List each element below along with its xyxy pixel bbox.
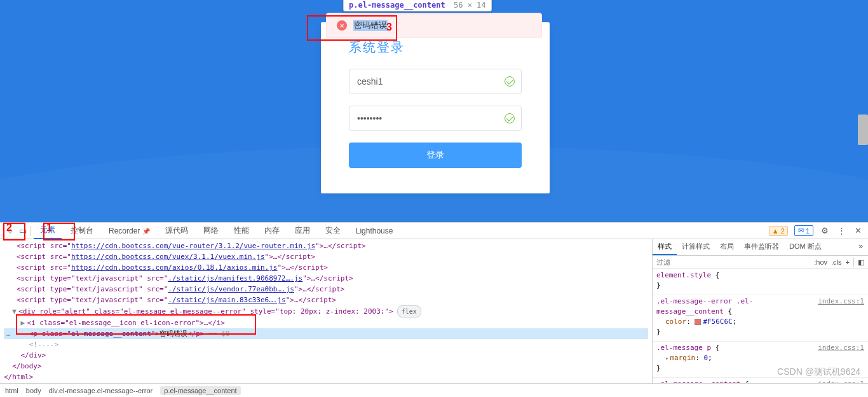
login-button[interactable]: 登录 xyxy=(349,143,522,168)
tab-network[interactable]: 网络 xyxy=(197,223,225,239)
styles-more-icon[interactable]: » xyxy=(853,239,868,255)
error-message-toast: ✕ 密码错误 xyxy=(326,13,542,38)
style-rule[interactable]: index.css:1 .el-message--error .el-messa… xyxy=(653,295,868,342)
warnings-badge[interactable]: ▲ 2 xyxy=(769,226,788,236)
tab-sources[interactable]: 源代码 xyxy=(159,223,194,239)
more-icon[interactable]: ⋮ xyxy=(836,226,846,236)
tab-performance[interactable]: 性能 xyxy=(227,223,255,239)
error-message-text: 密码错误 xyxy=(353,20,388,31)
tab-application[interactable]: 应用 xyxy=(288,223,316,239)
scrollbar-thumb[interactable] xyxy=(858,115,868,145)
login-title: 系统登录 xyxy=(349,39,550,56)
tooltip-selector: p.el-message__content xyxy=(349,1,445,10)
breadcrumbs[interactable]: html body div.el-message.el-message--err… xyxy=(0,383,868,397)
layout-tab[interactable]: 布局 xyxy=(715,239,739,255)
dom-breakpoints-tab[interactable]: DOM 断点 xyxy=(784,239,827,255)
gear-icon[interactable]: ⚙ xyxy=(820,226,830,236)
app-viewport: p.el-message__content 56 × 14 ✕ 密码错误 系统登… xyxy=(0,0,868,222)
tab-lighthouse[interactable]: Lighthouse xyxy=(349,224,400,238)
device-toggle-icon[interactable]: ▭ xyxy=(18,226,28,236)
listeners-tab[interactable]: 事件监听器 xyxy=(739,239,784,255)
devtools-tabs: ⟐ ▭ 元素 控制台 Recorder 📌 源代码 网络 性能 内存 应用 安全… xyxy=(0,223,868,239)
styles-pane-toggle-icon[interactable]: ◧ xyxy=(858,258,864,267)
watermark: CSDN @测试机9624 xyxy=(777,366,860,378)
selected-dom-node: … <p class="el-message__content">密码错误</p… xyxy=(4,328,648,339)
hov-toggle[interactable]: :hov xyxy=(814,258,827,266)
username-input[interactable]: ceshi1 xyxy=(349,69,522,94)
error-icon: ✕ xyxy=(337,20,347,31)
dom-tree[interactable]: <script src="https://cdn.bootcss.com/vue… xyxy=(0,239,652,383)
add-rule-icon[interactable]: + xyxy=(846,258,850,266)
tab-console[interactable]: 控制台 xyxy=(64,223,100,239)
tab-recorder[interactable]: Recorder 📌 xyxy=(102,224,156,238)
style-rule[interactable]: element.style {} xyxy=(653,269,868,295)
devtools: ⟐ ▭ 元素 控制台 Recorder 📌 源代码 网络 性能 内存 应用 安全… xyxy=(0,222,868,397)
login-card: 系统登录 ceshi1 •••••••• 登录 xyxy=(321,22,550,193)
styles-tab[interactable]: 样式 xyxy=(653,239,677,255)
messages-badge[interactable]: ✉ 1 xyxy=(794,225,813,236)
password-input[interactable]: •••••••• xyxy=(349,106,522,131)
close-icon[interactable]: ✕ xyxy=(853,226,863,236)
inspector-tooltip: p.el-message__content 56 × 14 xyxy=(343,0,492,11)
styles-pane: 样式 计算样式 布局 事件监听器 DOM 断点 » :hov .cls + ◧ … xyxy=(652,239,868,383)
computed-tab[interactable]: 计算样式 xyxy=(677,239,715,255)
tab-elements[interactable]: 元素 xyxy=(34,222,62,239)
tooltip-dimensions: 56 × 14 xyxy=(454,1,486,10)
style-rule[interactable]: index.css:1 .el-message__content { paddi… xyxy=(653,378,868,383)
check-icon xyxy=(505,76,515,87)
tab-security[interactable]: 安全 xyxy=(319,223,347,239)
check-icon xyxy=(505,113,515,123)
cls-toggle[interactable]: .cls xyxy=(831,258,842,266)
tab-memory[interactable]: 内存 xyxy=(258,223,286,239)
styles-filter-input[interactable] xyxy=(653,256,810,268)
inspect-icon[interactable]: ⟐ xyxy=(5,226,15,236)
